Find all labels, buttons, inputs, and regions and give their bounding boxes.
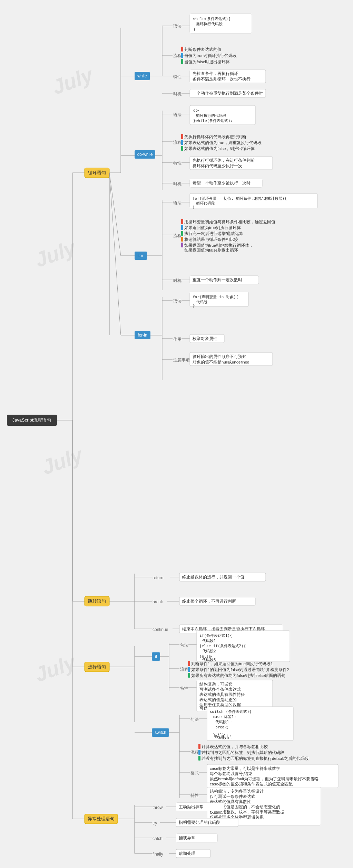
if-code-4: 代码段2: [202, 649, 216, 653]
svg-line-51: [109, 173, 121, 256]
finally-label: finally: [153, 852, 163, 857]
svg-rect-106: [188, 661, 190, 666]
while-flow-label: 流程: [173, 53, 182, 58]
dowhile-code-1: do{: [193, 108, 200, 113]
try-text: 指明需要处理的代码段: [178, 820, 220, 824]
select-label: 选择语句: [88, 664, 106, 669]
dowhile-feature-1: 先执行行循环体，在进行条件判断: [193, 158, 255, 162]
forin-note-1: 循环输出的属性顺序不可预知: [193, 354, 246, 359]
while-syntax-code-2: 循环执行代码段: [196, 22, 223, 26]
if-code-1: if(条件表达式1){: [199, 633, 232, 638]
for-flow-2: 如果返回值为true则执行循环体: [184, 225, 241, 230]
svg-rect-24: [181, 47, 183, 51]
switch-flow-3: 若没有找到与之匹配的标签则直接执行default之后的代码段: [202, 756, 309, 761]
switch-flow-2: 若找到与之匹配的标签，则执行其后的代码段: [202, 750, 284, 755]
for-timing: 重复一个动作到一定次数时: [193, 277, 242, 282]
continue-label: continue: [153, 627, 168, 632]
forin-code-2: 代码段: [196, 300, 207, 304]
for-flow-5a: 如果返回值为true则继续执行循环体，: [184, 243, 253, 247]
for-code-2: 循环代码段: [196, 201, 215, 206]
if-flow-2: 如果条件1的返回值为false则通过语句块1并检测条件2: [191, 667, 289, 672]
forin-note-label: 注意事项: [173, 358, 190, 362]
svg-rect-43: [181, 140, 183, 145]
finally-text: 后期处理: [179, 851, 195, 856]
for-node: for: [138, 253, 143, 258]
switch-syntax-label: 句法: [190, 717, 199, 722]
dowhile-timing: 希望一个动作至少被执行一次时: [193, 181, 251, 185]
while-syntax-label: 语法: [173, 24, 182, 29]
forin-action-label: 作用: [173, 337, 182, 342]
svg-rect-63: [181, 231, 183, 236]
svg-rect-65: [181, 243, 183, 247]
for-flow-5b: 如果返回值为false则退出循环: [184, 248, 238, 252]
break-label: break: [153, 600, 163, 604]
if-feature-label: 特性: [180, 686, 188, 691]
dowhile-code-3: }while(条件表达式);: [193, 119, 233, 123]
dowhile-feature-label: 特性: [173, 161, 182, 166]
if-feature-4: 表达式的值是动态的: [199, 698, 237, 702]
switch-format-2: 每个标签均以冒号;结束: [210, 772, 252, 776]
try-label: try: [153, 821, 157, 825]
return-label: return: [153, 575, 163, 580]
if-syntax-label: 句法: [180, 643, 188, 648]
while-node: while: [137, 74, 147, 78]
svg-line-69: [109, 173, 121, 335]
switch-flow-label: 流程: [190, 750, 199, 755]
svg-rect-58: [190, 194, 317, 208]
if-flow-label: 流程: [180, 667, 188, 672]
switch-format-4: case标签的值必须和条件表达式的值完全匹配: [210, 782, 293, 786]
switch-code-4: break;: [215, 725, 229, 729]
jump-label: 跳转语句: [88, 598, 106, 604]
switch-format-label: 格式: [190, 771, 199, 775]
switch-code-2: case 标签1：: [213, 715, 238, 719]
for-code-1: for(循环变量 = 初值; 循环条件;递增/递减计数器){: [193, 196, 287, 201]
switch-format-3: 虽然break与default为可选项，但为了逻辑清晰最好不要省略: [210, 777, 318, 781]
svg-rect-108: [188, 673, 190, 678]
break-text: 终止整个循环，不再进行判断: [182, 599, 236, 603]
if-flow-3: 如果所有表达式的值均为false则执行else后面的语句: [191, 673, 285, 678]
forin-code-1: for(声明变量 in 对象){: [193, 295, 238, 299]
switch-code-3: 代码段1；: [215, 720, 233, 724]
forin-syntax-label: 语法: [173, 299, 182, 304]
svg-rect-107: [188, 667, 190, 672]
svg-rect-62: [181, 225, 183, 230]
if-flow-1: 判断条件1，如果返回值为true则执行代码段1: [191, 661, 273, 666]
while-flow-2: 当值为true时循环执行代码段: [184, 54, 237, 58]
if-feature-3: 表达式的值具有线性特征: [199, 692, 245, 697]
while-feature-label: 特性: [173, 74, 182, 79]
dowhile-flow-label: 流程: [173, 140, 182, 145]
switch-code-7: 代码段n；: [215, 735, 233, 740]
dowhile-flow-1: 先执行循环体内代码段再进行判断: [184, 135, 246, 139]
for-code-3: }: [193, 205, 195, 209]
svg-rect-42: [181, 134, 183, 139]
for-flow-1: 用循环变量初始值与循环条件相比较，确定返回值: [184, 219, 275, 224]
catch-label: catch: [153, 836, 163, 841]
switch-flow-1: 计算表达式的值，并与各标签相比较: [202, 744, 268, 749]
if-code-2: 代码段1: [202, 639, 216, 643]
switch-feature-label: 特性: [190, 793, 199, 798]
forin-code-3: }: [193, 303, 195, 308]
switch-code-1: switch (条件表达式){: [210, 709, 252, 714]
loop-label: 循环语句: [88, 170, 106, 175]
svg-rect-64: [181, 237, 183, 242]
svg-rect-25: [181, 53, 183, 58]
dowhile-timing-label: 时机: [173, 181, 182, 186]
dowhile-feature-2: 循环体内代码至少执行一次: [193, 164, 242, 168]
dowhile-flow-2: 如果表达式的值为true，则重复执行代码段: [184, 141, 262, 145]
while-syntax-code-3: }: [193, 27, 196, 31]
dowhile-node: do-while: [137, 152, 153, 157]
for-timing-label: 时机: [173, 278, 182, 283]
throw-label: throw: [153, 805, 163, 810]
svg-rect-123: [198, 756, 200, 761]
svg-rect-61: [181, 219, 183, 224]
switch-node: switch: [155, 730, 166, 735]
if-feature-2: 可测试多个条件表达式: [199, 687, 241, 691]
exception-label: 异常处理语句: [88, 816, 115, 821]
while-flow-1: 判断条件表达式的值: [184, 47, 222, 51]
return-text: 终止函数体的运行，并返回一个值: [182, 575, 244, 579]
continue-text: 结束本次循环，接着去判断是否执行下次循环: [182, 626, 265, 631]
root-label: JavaScript流程语句: [12, 417, 51, 423]
for-syntax-label: 语法: [173, 200, 182, 205]
switch-feature-2: 仅可测试一条条件表达式: [210, 794, 255, 799]
while-flow-3: 当值为false时退出循环体: [184, 60, 230, 64]
